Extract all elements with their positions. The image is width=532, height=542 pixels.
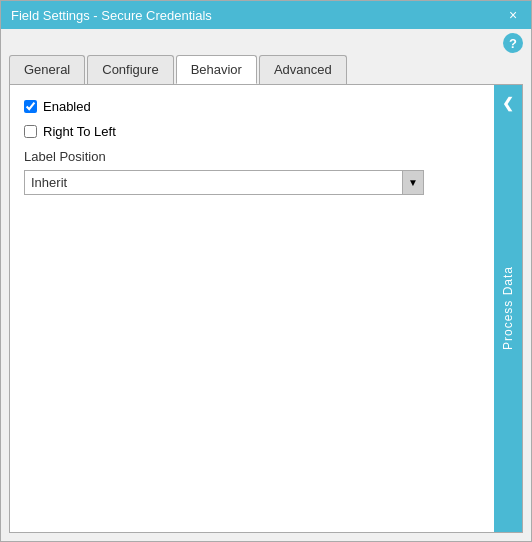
right-to-left-label[interactable]: Right To Left <box>43 124 116 139</box>
rtl-row: Right To Left <box>24 124 480 139</box>
dialog-title: Field Settings - Secure Credentials <box>11 8 212 23</box>
tab-advanced[interactable]: Advanced <box>259 55 347 84</box>
label-position-section: Label Position Inherit Left Right Top Bo… <box>24 149 480 195</box>
help-icon-area: ? <box>1 29 531 55</box>
main-content: Enabled Right To Left Label Position Inh… <box>10 85 494 532</box>
label-position-wrapper: Inherit Left Right Top Bottom ▼ <box>24 170 424 195</box>
process-data-panel[interactable]: ❮ Process Data <box>494 85 522 532</box>
enabled-checkbox[interactable] <box>24 100 37 113</box>
dialog: Field Settings - Secure Credentials × ? … <box>0 0 532 542</box>
label-position-label: Label Position <box>24 149 480 164</box>
tab-bar: General Configure Behavior Advanced <box>1 55 531 84</box>
tab-behavior[interactable]: Behavior <box>176 55 257 84</box>
right-to-left-checkbox[interactable] <box>24 125 37 138</box>
enabled-row: Enabled <box>24 99 480 114</box>
label-position-select[interactable]: Inherit Left Right Top Bottom <box>24 170 424 195</box>
process-data-label: Process Data <box>501 266 515 350</box>
enabled-label[interactable]: Enabled <box>43 99 91 114</box>
tab-configure[interactable]: Configure <box>87 55 173 84</box>
help-icon[interactable]: ? <box>503 33 523 53</box>
chevron-left-icon: ❮ <box>502 95 514 111</box>
close-button[interactable]: × <box>505 7 521 23</box>
content-area: Enabled Right To Left Label Position Inh… <box>9 84 523 533</box>
title-bar: Field Settings - Secure Credentials × <box>1 1 531 29</box>
tab-general[interactable]: General <box>9 55 85 84</box>
